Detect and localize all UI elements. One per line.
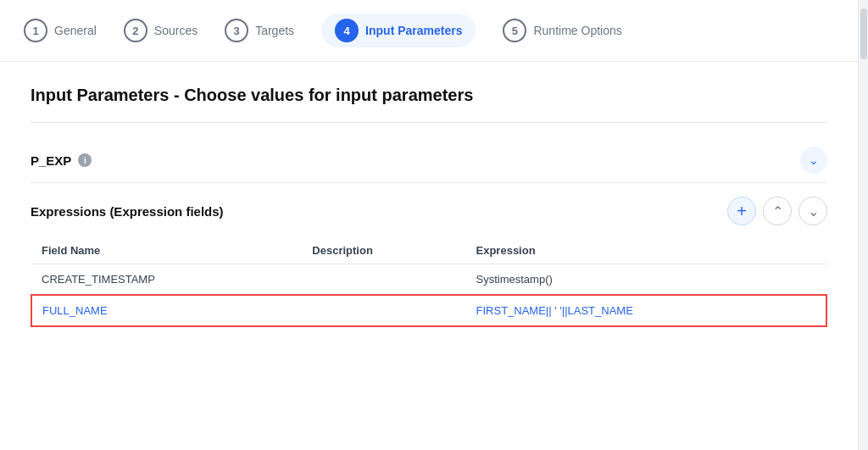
cell-expression: FIRST_NAME|| ' '||LAST_NAME xyxy=(466,295,826,326)
step-input-parameters[interactable]: 4 Input Parameters xyxy=(321,14,476,47)
pexp-text: P_EXP xyxy=(31,153,71,168)
info-icon[interactable]: i xyxy=(78,153,92,167)
col-expression: Expression xyxy=(466,237,826,264)
down-arrow-icon: ⌄ xyxy=(808,203,819,219)
step-label-sources: Sources xyxy=(154,24,198,37)
col-description: Description xyxy=(302,237,465,264)
col-field-name: Field Name xyxy=(31,237,302,264)
table-row[interactable]: CREATE_TIMESTAMP Systimestamp() xyxy=(31,264,826,296)
step-general[interactable]: 1 General xyxy=(24,19,97,42)
cell-field-name: CREATE_TIMESTAMP xyxy=(31,264,302,296)
step-sources[interactable]: 2 Sources xyxy=(124,19,198,42)
main-content: 1 General 2 Sources 3 Targets 4 Input Pa… xyxy=(0,0,858,450)
expressions-title: Expressions (Expression fields) xyxy=(31,204,224,219)
expressions-table: Field Name Description Expression CREATE… xyxy=(31,237,827,327)
move-up-button[interactable]: ⌃ xyxy=(763,197,792,225)
wizard-nav: 1 General 2 Sources 3 Targets 4 Input Pa… xyxy=(0,0,858,62)
step-targets[interactable]: 3 Targets xyxy=(225,19,294,42)
scrollbar[interactable] xyxy=(858,0,868,450)
step-label-general: General xyxy=(54,24,97,37)
step-circle-runtime-options: 5 xyxy=(503,19,526,42)
pexp-label: P_EXP i xyxy=(31,153,92,168)
table-row[interactable]: FULL_NAME FIRST_NAME|| ' '||LAST_NAME xyxy=(31,295,826,326)
cell-field-name: FULL_NAME xyxy=(31,295,302,326)
step-runtime-options[interactable]: 5 Runtime Options xyxy=(503,19,621,42)
plus-icon: + xyxy=(737,202,747,221)
cell-description xyxy=(302,295,465,326)
expressions-header: Expressions (Expression fields) + ⌃ ⌄ xyxy=(31,197,827,225)
step-label-targets: Targets xyxy=(255,24,294,37)
step-circle-sources: 2 xyxy=(124,19,147,42)
section-divider-top xyxy=(31,122,827,123)
page-title: Input Parameters - Choose values for inp… xyxy=(31,86,827,105)
page-body: Input Parameters - Choose values for inp… xyxy=(0,62,858,450)
move-down-button[interactable]: ⌄ xyxy=(798,197,827,225)
step-circle-general: 1 xyxy=(24,19,47,42)
chevron-down-icon: ⌄ xyxy=(809,153,819,167)
add-expression-button[interactable]: + xyxy=(727,197,756,225)
step-label-input-parameters: Input Parameters xyxy=(365,24,462,37)
step-circle-targets: 3 xyxy=(225,19,248,42)
scrollbar-thumb[interactable] xyxy=(860,8,867,59)
cell-expression: Systimestamp() xyxy=(466,264,826,296)
selected-field-name: FULL_NAME xyxy=(42,304,108,317)
section-divider-mid xyxy=(31,182,827,183)
expression-controls: + ⌃ ⌄ xyxy=(727,197,827,225)
pexp-header: P_EXP i ⌄ xyxy=(31,138,827,182)
table-header: Field Name Description Expression xyxy=(31,237,826,264)
step-circle-input-parameters: 4 xyxy=(335,19,359,42)
selected-expression: FIRST_NAME|| ' '||LAST_NAME xyxy=(476,304,633,317)
step-label-runtime-options: Runtime Options xyxy=(533,24,621,37)
cell-description xyxy=(302,264,465,296)
up-arrow-icon: ⌃ xyxy=(772,203,783,219)
table-body: CREATE_TIMESTAMP Systimestamp() FULL_NAM… xyxy=(31,264,826,327)
pexp-collapse-button[interactable]: ⌄ xyxy=(800,147,827,174)
